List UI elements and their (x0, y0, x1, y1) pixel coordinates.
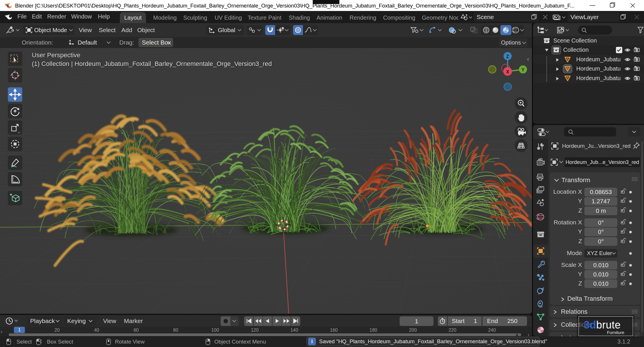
svg-text:Y: Y (522, 67, 525, 72)
svg-text:X: X (506, 69, 509, 74)
svg-text:Z: Z (506, 54, 509, 59)
